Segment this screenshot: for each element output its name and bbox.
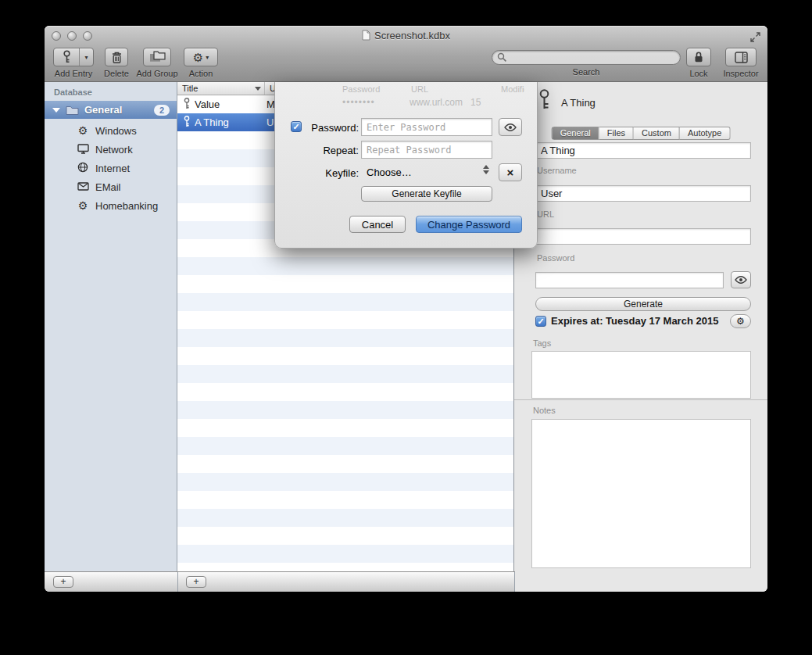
- delete-toolbar-item: Delete: [101, 48, 132, 78]
- add-entry-plus-button[interactable]: +: [186, 576, 206, 588]
- search-label: Search: [490, 67, 682, 77]
- search-icon: [497, 52, 507, 63]
- expires-settings-button[interactable]: ⚙: [730, 314, 751, 328]
- sidebar-item-internet[interactable]: Internet: [45, 159, 177, 177]
- lock-label: Lock: [682, 69, 715, 78]
- url-label: URL: [537, 209, 554, 219]
- folder-icon: [66, 105, 79, 115]
- password-field[interactable]: [535, 272, 724, 288]
- notes-field[interactable]: [531, 419, 751, 568]
- title-field[interactable]: [535, 142, 751, 159]
- tab-custom[interactable]: Custom: [634, 127, 680, 140]
- inspector-toolbar-item: Inspector: [720, 48, 762, 78]
- section-divider: [514, 399, 767, 400]
- add-entry-toolbar-item: ▾ Add Entry: [49, 48, 98, 78]
- search-input[interactable]: [492, 50, 681, 65]
- action-toolbar-item: ⚙ ▾ Action: [182, 48, 220, 78]
- entry-title-cell: A Thing: [195, 116, 260, 128]
- inspector-panel: A Thing General Files Custom Autotype Us…: [514, 82, 767, 592]
- expires-checkbox[interactable]: ✓: [535, 316, 546, 327]
- popup-stepper-icon[interactable]: [483, 165, 489, 174]
- dialog-password-input[interactable]: [361, 118, 492, 136]
- tags-field[interactable]: [531, 351, 751, 399]
- delete-button[interactable]: [105, 48, 128, 66]
- dialog-repeat-label: Repeat:: [275, 145, 359, 156]
- password-label: Password: [537, 253, 574, 263]
- disclosure-triangle-icon[interactable]: [52, 108, 60, 113]
- sidebar-item-label: Windows: [95, 125, 137, 137]
- delete-label: Delete: [101, 69, 132, 78]
- lock-button[interactable]: [686, 48, 711, 66]
- dialog-password-label: Password:: [275, 122, 359, 134]
- gear-icon: ⚙: [76, 200, 90, 211]
- dialog-repeat-input[interactable]: [361, 141, 492, 159]
- add-group-toolbar-item: Add Group: [136, 48, 178, 78]
- reveal-password-button[interactable]: [731, 271, 751, 288]
- ghost-password-column: Password: [342, 84, 397, 94]
- change-password-button[interactable]: Change Password: [416, 216, 522, 233]
- sidebar-group-general[interactable]: General 2: [45, 101, 177, 119]
- sidebar-group-label: General: [84, 104, 122, 116]
- folders-icon: [149, 51, 166, 63]
- add-group-button[interactable]: [143, 48, 171, 66]
- globe-icon: [76, 162, 90, 174]
- change-password-sheet: Password URL Modified •••••••• www.url.c…: [274, 82, 538, 249]
- action-button[interactable]: ⚙ ▾: [184, 48, 218, 66]
- sidebar-item-network[interactable]: Network: [45, 140, 177, 159]
- gear-icon: ⚙: [193, 52, 203, 63]
- generate-password-button[interactable]: Generate: [535, 297, 751, 311]
- sidebar-item-label: EMail: [95, 181, 121, 193]
- add-entry-label: Add Entry: [49, 69, 98, 78]
- monitor-icon: [76, 144, 90, 156]
- expires-label: Expires at: Tuesday 17 March 2015: [551, 315, 718, 327]
- sidebar-item-windows[interactable]: ⚙ Windows: [45, 121, 177, 140]
- generate-keyfile-button[interactable]: Generate Keyfile: [361, 186, 492, 202]
- eye-icon: [735, 276, 747, 284]
- cancel-button[interactable]: Cancel: [349, 216, 406, 233]
- ghost-url-column: URL: [411, 84, 458, 94]
- action-label: Action: [182, 69, 220, 78]
- sidebar-item-homebanking[interactable]: ⚙ Homebanking: [45, 196, 177, 215]
- chevron-down-icon[interactable]: ▾: [80, 48, 93, 66]
- sidebar-item-email[interactable]: EMail: [45, 177, 177, 196]
- gear-icon: ⚙: [736, 316, 745, 327]
- inspector-entry-title: A Thing: [561, 97, 596, 109]
- tab-general[interactable]: General: [552, 127, 599, 140]
- search-toolbar-item: Search: [490, 48, 682, 77]
- url-field[interactable]: [535, 228, 751, 245]
- tab-files[interactable]: Files: [599, 127, 634, 140]
- username-field[interactable]: [535, 185, 751, 202]
- envelope-icon: [76, 181, 90, 192]
- ghost-url-value: www.url.com: [410, 97, 480, 108]
- sidebar-item-label: Homebanking: [95, 200, 158, 212]
- window-chrome: Screenshot.kdbx ▾ Add Entry Delete: [45, 26, 767, 82]
- dialog-reveal-password-button[interactable]: [499, 118, 522, 136]
- keyfile-popup[interactable]: Choose…: [367, 166, 412, 178]
- group-count-badge: 2: [154, 105, 170, 116]
- username-label: Username: [537, 166, 577, 175]
- window-title-text: Screenshot.kdbx: [374, 30, 450, 41]
- sidebar-item-label: Network: [95, 144, 133, 156]
- inspector-panel-icon: [735, 52, 748, 63]
- ghost-modified-value: 15: [470, 97, 494, 108]
- clear-keyfile-button[interactable]: ×: [499, 163, 522, 181]
- add-entry-button[interactable]: ▾: [53, 48, 94, 66]
- bottom-bar: + +: [45, 571, 515, 592]
- app-window: Screenshot.kdbx ▾ Add Entry Delete: [45, 26, 767, 592]
- ghost-modified-column: Modified: [501, 84, 524, 94]
- key-icon: [184, 98, 190, 112]
- add-group-plus-button[interactable]: +: [53, 576, 73, 588]
- bottom-bar-divider: [177, 572, 178, 592]
- column-header-title[interactable]: Title: [177, 82, 265, 95]
- trash-icon: [111, 51, 123, 64]
- eye-icon: [504, 123, 517, 131]
- chevron-down-icon: ▾: [206, 54, 209, 61]
- add-group-label: Add Group: [136, 69, 178, 78]
- entry-title-cell: Value: [195, 98, 260, 110]
- tab-autotype[interactable]: Autotype: [680, 127, 730, 140]
- fullscreen-icon[interactable]: [750, 31, 761, 42]
- sidebar-section-header: Database: [54, 88, 92, 97]
- inspector-button[interactable]: [725, 48, 757, 66]
- inspector-tabs: General Files Custom Autotype: [552, 127, 731, 140]
- lock-toolbar-item: Lock: [682, 48, 715, 78]
